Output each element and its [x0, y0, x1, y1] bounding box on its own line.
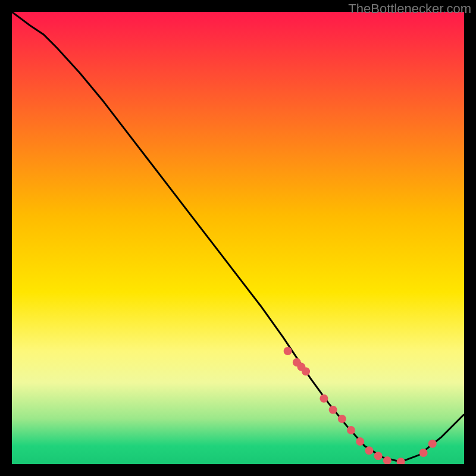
chart-frame — [12, 12, 464, 464]
marker-point — [419, 449, 428, 457]
marker-point — [302, 367, 310, 375]
gradient-background — [12, 12, 464, 464]
marker-point — [347, 426, 355, 434]
marker-point — [428, 440, 437, 448]
marker-point — [338, 415, 346, 423]
marker-point — [365, 446, 373, 455]
marker-point — [320, 394, 328, 403]
marker-point — [356, 437, 364, 446]
chart-svg — [12, 12, 464, 464]
marker-point — [284, 347, 292, 355]
marker-point — [374, 452, 383, 460]
watermark-text: TheBottlenecker.com — [348, 1, 471, 17]
marker-point — [329, 406, 337, 414]
